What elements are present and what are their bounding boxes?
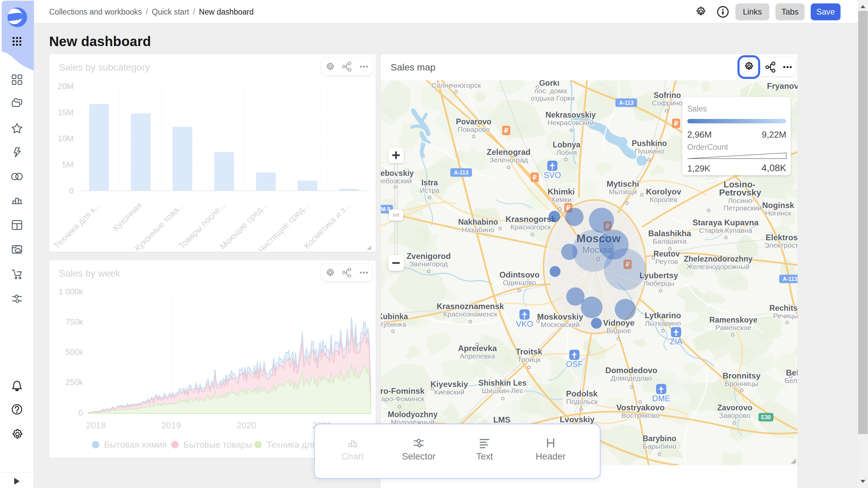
svg-text:Балашиха: Балашиха [653, 237, 687, 245]
svg-text:Nekrasovskiy: Nekrasovskiy [546, 110, 596, 119]
svg-text:Elektrosta: Elektrosta [766, 233, 797, 242]
svg-text:2019: 2019 [161, 420, 181, 430]
svg-text:Реутов: Реутов [655, 258, 678, 265]
svg-text:10M: 10M [58, 134, 74, 143]
svg-text:Кубинка: Кубинка [381, 320, 406, 328]
svg-text:750k: 750k [65, 317, 83, 326]
svg-text:Подольск: Подольск [566, 398, 598, 405]
svg-text:Лобня: Лобня [556, 148, 577, 156]
svg-text:Vidnoye: Vidnoye [603, 318, 635, 327]
svg-text:1 000k: 1 000k [59, 287, 83, 296]
svg-text:1,29K: 1,29K [687, 163, 711, 174]
svg-text:500k: 500k [65, 347, 83, 357]
svg-text:Бытовые товары: Бытовые товары [183, 440, 252, 450]
svg-text:А-113: А-113 [783, 276, 797, 282]
svg-text:Sofrino: Sofrino [654, 91, 681, 100]
svg-text:Бытовая химия: Бытовая химия [104, 440, 167, 450]
svg-text:Lobnya: Lobnya [553, 140, 580, 149]
svg-text:Korolyov: Korolyov [646, 187, 682, 196]
svg-text:Барыбино: Барыбино [643, 442, 676, 450]
svg-text:Электростал: Электростал [764, 241, 797, 249]
svg-text:пос. дома: пос. дома [534, 87, 567, 95]
svg-text:Бронницы: Бронницы [725, 380, 758, 387]
svg-text:Некрасовский: Некрасовский [548, 119, 594, 126]
svg-text:Одинцово: Одинцово [503, 279, 536, 286]
svg-text:Pushkino: Pushkino [632, 139, 667, 148]
svg-text:Povarovo: Povarovo [456, 117, 492, 126]
svg-text:А-113: А-113 [454, 170, 469, 176]
svg-text:OSF: OSF [566, 360, 583, 369]
svg-text:Fryanovo: Fryanovo [767, 81, 797, 90]
svg-text:Раменское: Раменское [715, 324, 751, 331]
svg-text:Odintsovo: Odintsovo [499, 270, 540, 279]
svg-text:SVO: SVO [544, 170, 561, 180]
svg-text:Нахабино: Нахабино [462, 226, 494, 233]
svg-text:Домодедово: Домодедово [611, 374, 652, 382]
svg-text:Старая Купавна: Старая Купавна [699, 226, 752, 234]
svg-text:Staraya Kupavna: Staraya Kupavna [693, 218, 759, 227]
svg-text:E30: E30 [761, 414, 771, 420]
svg-text:Мытищи: Мытищи [609, 188, 637, 196]
svg-text:4,08K: 4,08K [762, 163, 786, 173]
svg-text:LMS: LMS [493, 415, 511, 424]
svg-text:Domodedovo: Domodedovo [605, 366, 657, 375]
svg-text:Красногорск: Красногорск [510, 223, 551, 231]
svg-text:Софрино: Софрино [652, 99, 683, 107]
svg-text:Kiyevskiy: Kiyevskiy [431, 380, 468, 389]
svg-text:Поварово: Поварово [457, 125, 490, 133]
svg-text:Istra: Istra [421, 178, 438, 187]
svg-text:Balashikha: Balashikha [648, 229, 691, 238]
svg-text:Shishkin Les: Shishkin Les [478, 379, 527, 387]
svg-text:Краснознаменск: Краснознаменск [443, 310, 497, 318]
svg-text:Техника для к...: Техника для к... [52, 200, 102, 250]
svg-text:2020: 2020 [237, 420, 256, 430]
svg-text:OrderCount: OrderCount [687, 143, 728, 151]
svg-text:Moskovskiy: Moskovskiy [537, 312, 584, 321]
svg-text:Zvenigorod: Zvenigorod [407, 251, 451, 261]
svg-text:Zavorovo: Zavorovo [717, 403, 752, 412]
svg-text:отдыха Горки: отдыха Горки [531, 94, 575, 102]
svg-text:Звенигород: Звенигород [410, 260, 448, 268]
svg-text:Reutov: Reutov [653, 249, 680, 258]
svg-text:Petrovsky: Petrovsky [719, 187, 762, 198]
svg-text:Mytischi: Mytischi [607, 179, 639, 188]
svg-text:₽: ₽ [533, 174, 537, 181]
svg-text:Lytkarino: Lytkarino [645, 311, 681, 320]
svg-text:0: 0 [79, 408, 83, 417]
svg-text:2018: 2018 [86, 420, 106, 430]
svg-text:Lvovskiy: Lvovskiy [560, 415, 595, 424]
svg-text:Речицы: Речицы [773, 312, 797, 320]
svg-text:М-9: М-9 [381, 206, 390, 212]
svg-text:250k: 250k [65, 378, 83, 387]
svg-text:Техника для: Техника для [267, 440, 317, 450]
svg-text:Khimki: Khimki [548, 187, 575, 196]
svg-text:5M: 5M [62, 160, 74, 169]
svg-text:Апрелевка: Апрелевка [460, 352, 495, 360]
svg-text:Королёв: Королёв [650, 196, 677, 203]
svg-text:Bronnitsy: Bronnitsy [723, 371, 761, 380]
svg-text:ZIA: ZIA [670, 337, 682, 346]
svg-text:Noginsk: Noginsk [762, 201, 794, 210]
svg-text:₽: ₽ [674, 120, 678, 127]
svg-text:Московский: Московский [540, 321, 579, 328]
svg-text:Люберцы: Люберцы [643, 279, 674, 287]
svg-text:Barybino: Barybino [643, 434, 676, 443]
svg-text:Zelenograd: Zelenograd [487, 147, 530, 157]
svg-text:Глебовский: Глебовский [381, 177, 412, 185]
svg-text:9,22M: 9,22M [762, 129, 786, 140]
svg-text:DME: DME [652, 394, 670, 403]
svg-text:Zheleznodorozhny: Zheleznodorozhny [684, 255, 752, 263]
svg-text:Лосино-: Лосино- [728, 197, 754, 204]
svg-text:Зеленоград: Зеленоград [489, 156, 528, 164]
svg-text:Наро-Фоминск: Наро-Фоминск [381, 395, 425, 403]
svg-text:Заворово: Заворово [719, 411, 751, 419]
svg-text:Troitsk: Troitsk [516, 347, 542, 356]
svg-text:Ramenskoye: Ramenskoye [709, 316, 757, 324]
svg-text:₽: ₽ [504, 127, 508, 134]
svg-text:Ногинск: Ногинск [765, 209, 791, 217]
svg-text:Истра: Истра [420, 186, 440, 194]
svg-text:Железнодорожный: Железнодорожный [687, 263, 750, 270]
svg-text:Nakhabino: Nakhabino [458, 218, 498, 226]
svg-text:Sales: Sales [687, 104, 707, 113]
svg-text:Krasnogorsk: Krasnogorsk [506, 215, 556, 224]
